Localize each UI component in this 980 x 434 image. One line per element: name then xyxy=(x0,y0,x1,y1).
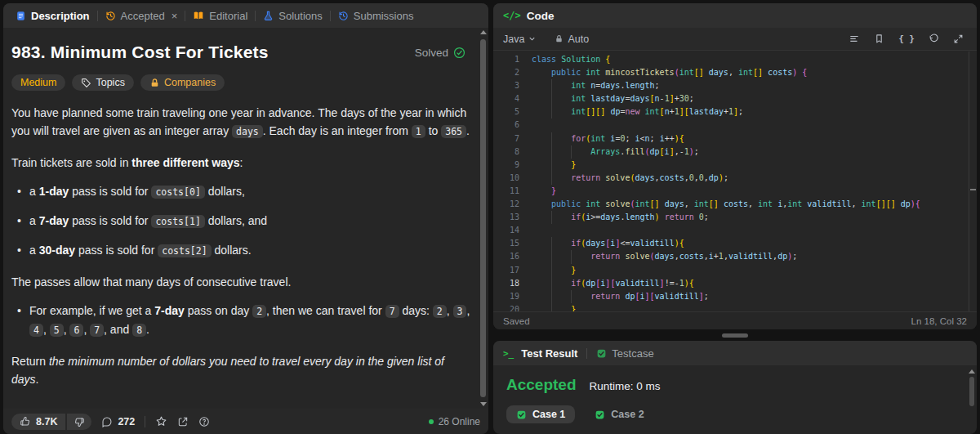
tab-testcase[interactable]: Testcase xyxy=(596,347,653,360)
code-line[interactable]: 8 Arrays.fill(dp[i],-1); xyxy=(493,145,969,159)
format-icon[interactable] xyxy=(849,34,860,45)
vote-group: 8.7K xyxy=(11,414,91,430)
difficulty-badge[interactable]: Medium xyxy=(11,74,65,91)
code-line[interactable]: 11 } xyxy=(493,185,969,198)
code-icon: </> xyxy=(503,10,521,21)
test-scroll-thumb[interactable] xyxy=(969,377,974,406)
code-text: int n=days.length; xyxy=(532,79,660,92)
companies-badge[interactable]: Companies xyxy=(140,74,225,91)
case-check-icon xyxy=(595,409,605,420)
star-icon xyxy=(155,415,167,427)
description-paragraph: The passes allow that many days of conse… xyxy=(11,273,470,291)
code-line[interactable]: 10 return solve(days,costs,0,0,dp); xyxy=(493,172,969,185)
footer-divider xyxy=(145,416,145,427)
inline-code: 2 xyxy=(433,305,447,318)
code-editor[interactable]: 1class Solution {2 public int mincostTic… xyxy=(493,51,969,311)
code-line[interactable]: 2 public int mincostTickets(int[] days, … xyxy=(493,66,969,79)
help-button[interactable] xyxy=(198,416,210,427)
bookmark-icon[interactable] xyxy=(874,34,884,44)
line-number: 15 xyxy=(493,237,519,250)
code-line[interactable]: 13 if(i>=days.length) return 0; xyxy=(493,211,969,224)
tab-solutions[interactable]: Solutions xyxy=(257,3,327,28)
inline-code: 3 xyxy=(453,305,467,318)
tag-icon xyxy=(81,78,91,88)
description-scrollbar[interactable] xyxy=(479,29,487,407)
code-line[interactable]: 19 return dp[i][validtill]; xyxy=(493,290,969,303)
tab-accepted[interactable]: Accepted× xyxy=(100,3,184,28)
panel-resize-handle[interactable] xyxy=(722,333,748,338)
code-line[interactable]: 1class Solution { xyxy=(493,53,969,66)
code-line[interactable]: 17 } xyxy=(493,264,969,277)
test-result-content: Accepted Runtime: 0 ms Case 1Case 2 xyxy=(493,365,977,423)
close-tab-icon[interactable]: × xyxy=(172,11,178,21)
book-orange-icon xyxy=(193,10,204,21)
cursor-marker xyxy=(970,189,976,190)
testcase-label: Testcase xyxy=(612,347,653,360)
line-number: 13 xyxy=(493,211,519,224)
history-blue-icon xyxy=(338,11,349,21)
code-line[interactable]: 12 public int solve(int[] days, int[] co… xyxy=(493,198,969,211)
code-line[interactable]: 6 xyxy=(493,119,969,132)
comments-button[interactable]: 272 xyxy=(101,416,135,427)
chevron-down-icon xyxy=(528,34,537,43)
tab-submissions[interactable]: Submissions xyxy=(332,3,420,28)
code-panel-header: </> Code xyxy=(493,3,977,28)
comment-count: 272 xyxy=(118,416,135,427)
list-item: a 1-day pass is sold for costs[0] dollar… xyxy=(11,182,470,201)
case-label: Case 1 xyxy=(532,409,565,420)
code-line[interactable]: 16 return solve(days,costs,i+1,validtill… xyxy=(493,250,969,263)
code-line[interactable]: 3 int n=days.length; xyxy=(493,79,969,92)
line-number: 4 xyxy=(493,92,519,105)
code-line[interactable]: 9 } xyxy=(493,159,969,172)
problem-footer: 8.7K 272 26 Online xyxy=(3,409,488,434)
description-list: For example, if we get a 7-day pass on d… xyxy=(11,302,470,339)
scrollbar-thumb[interactable] xyxy=(480,39,486,397)
tab-label: Submissions xyxy=(354,10,414,22)
code-line[interactable]: 20 } xyxy=(493,303,969,311)
description-paragraph: Return the minimum number of dollars you… xyxy=(11,352,470,388)
tab-description[interactable]: Description xyxy=(10,3,96,28)
autocomplete-toggle[interactable]: Auto xyxy=(555,34,589,45)
code-text: return solve(days,costs,i+1,validtill,dp… xyxy=(532,250,797,263)
line-number: 17 xyxy=(493,264,519,277)
case-check-icon xyxy=(516,409,527,420)
expand-icon[interactable] xyxy=(953,34,964,44)
inline-code: 1 xyxy=(412,125,425,138)
like-button[interactable]: 8.7K xyxy=(11,414,65,430)
scroll-down-arrow[interactable] xyxy=(480,402,487,406)
line-number: 6 xyxy=(493,119,519,132)
line-number: 3 xyxy=(493,79,519,92)
test-scrollbar[interactable] xyxy=(969,369,975,429)
list-item: a 30-day pass is sold for costs[2] dolla… xyxy=(11,241,470,260)
code-line[interactable]: 5 int[][] dp=new int[n+1][lastday+1]; xyxy=(493,105,969,119)
code-line[interactable]: 15 if(days[i]<=validtill){ xyxy=(493,237,969,250)
line-number: 10 xyxy=(493,172,519,185)
test-scroll-up[interactable] xyxy=(969,369,975,374)
history-orange-icon xyxy=(105,11,116,21)
code-line[interactable]: 7 for(int i=0; i<n; i++){ xyxy=(493,132,969,145)
code-text: } xyxy=(532,185,556,198)
editor-toolbar: Java Auto { } xyxy=(493,28,977,51)
code-line[interactable]: 4 int lastday=days[n-1]+30; xyxy=(493,92,969,105)
case-button-case-2[interactable]: Case 2 xyxy=(585,405,653,423)
language-selector[interactable]: Java xyxy=(503,34,537,45)
topics-badge[interactable]: Topics xyxy=(72,74,133,91)
case-button-case-1[interactable]: Case 1 xyxy=(506,405,575,423)
favorite-button[interactable] xyxy=(155,415,167,427)
inline-code: 8 xyxy=(132,324,146,337)
overview-ruler[interactable] xyxy=(969,51,977,311)
code-line[interactable]: 18 if(dp[i][validtill]!=-1){ xyxy=(493,277,969,290)
code-text: } xyxy=(532,159,576,172)
scroll-up-arrow[interactable] xyxy=(480,30,487,34)
share-button[interactable] xyxy=(177,416,189,427)
braces-icon[interactable]: { } xyxy=(898,34,915,44)
tab-test-result[interactable]: Test Result xyxy=(521,347,577,360)
code-line[interactable]: 14 xyxy=(493,224,969,237)
dislike-button[interactable] xyxy=(67,414,91,430)
tab-editorial[interactable]: Editorial xyxy=(187,3,253,28)
reset-icon[interactable] xyxy=(929,34,939,44)
line-number: 18 xyxy=(493,277,519,290)
code-text: class Solution { xyxy=(532,53,610,66)
thumbs-down-icon xyxy=(74,416,85,427)
tab-divider xyxy=(586,348,587,359)
